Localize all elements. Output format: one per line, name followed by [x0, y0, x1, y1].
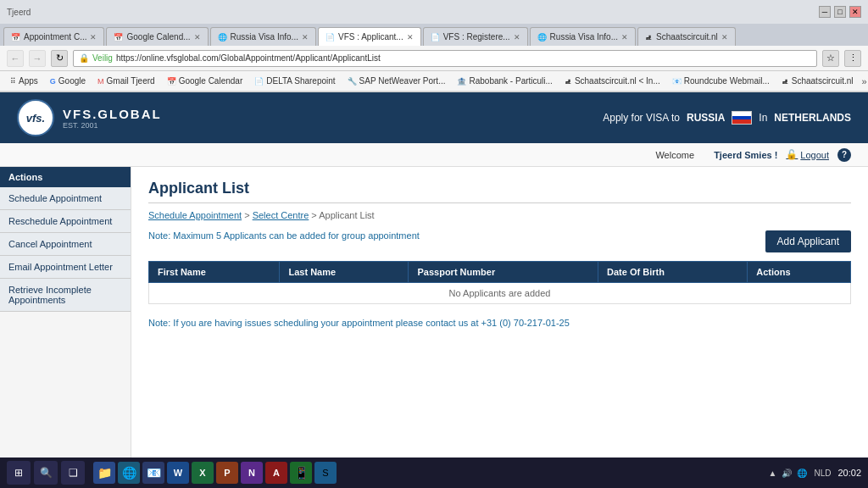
main-layout: Actions Schedule Appointment Reschedule …: [0, 167, 868, 465]
bookmark-sharepoint[interactable]: 📄 DELTA Sharepoint: [251, 75, 338, 86]
back-button[interactable]: ←: [7, 50, 24, 67]
sidebar-label: Cancel Appointment: [8, 239, 92, 249]
russia-flag: [732, 111, 752, 125]
taskbar-whatsapp[interactable]: 📱: [290, 462, 312, 484]
tray-icon3: 🌐: [797, 469, 807, 478]
sidebar: Actions Schedule Appointment Reschedule …: [0, 167, 131, 465]
logout-label: Logout: [800, 150, 829, 160]
tab-close[interactable]: ✕: [407, 33, 414, 42]
sidebar-item-email[interactable]: Email Appointment Letter: [0, 256, 131, 279]
bookmark-apps[interactable]: ⠿ Apps: [7, 75, 42, 86]
bookmark-roundcube[interactable]: 📧 Roundcube Webmail...: [669, 75, 773, 86]
empty-message: No Applicants are added: [149, 283, 851, 304]
minimize-button[interactable]: ─: [819, 6, 831, 18]
add-applicant-button[interactable]: Add Applicant: [765, 230, 851, 252]
title-bar-left: Tjeerd: [7, 8, 31, 17]
refresh-button[interactable]: ↻: [51, 50, 68, 67]
table-empty-row: No Applicants are added: [149, 283, 851, 304]
breadcrumb-sep2: >: [311, 210, 319, 220]
bookmark-label: Gmail Tjeerd: [107, 76, 155, 86]
bookmark-label: Rabobank - Particuli...: [469, 76, 552, 86]
tab-close[interactable]: ✕: [194, 33, 201, 42]
country-name: RUSSIA: [687, 112, 725, 124]
breadcrumb-schedule[interactable]: Schedule Appointment: [148, 210, 242, 220]
bookmark-rabobank[interactable]: 🏦 Rabobank - Particuli...: [453, 75, 555, 86]
sidebar-item-reschedule[interactable]: Reschedule Appointment: [0, 210, 131, 233]
sidebar-item-retrieve[interactable]: Retrieve Incomplete Appointments: [0, 279, 131, 312]
calendar-icon: 📅: [167, 77, 176, 86]
taskbar-acrobat[interactable]: A: [265, 462, 287, 484]
sidebar-item-cancel[interactable]: Cancel Appointment: [0, 233, 131, 256]
tab-icon: ⛸: [645, 33, 653, 42]
destination-text: NETHERLANDS: [774, 112, 851, 124]
taskbar-excel[interactable]: X: [192, 462, 214, 484]
tab-icon: 📅: [114, 33, 123, 42]
tab-close[interactable]: ✕: [302, 33, 309, 42]
security-label: Veilig: [92, 53, 113, 63]
url-bar[interactable]: 🔒 Veilig https://online.vfsglobal.com/Gl…: [73, 50, 817, 67]
bookmark-label: Apps: [19, 76, 38, 86]
star-button[interactable]: ☆: [822, 50, 839, 67]
tab-label: VFS : Registere...: [443, 32, 510, 42]
schaats-icon: ⛸: [565, 77, 572, 86]
page-title: Applicant List: [148, 180, 851, 203]
welcome-text: Welcome: [655, 150, 694, 160]
bookmark-google[interactable]: G Google: [47, 75, 89, 86]
tab-label: Google Calend...: [126, 32, 190, 42]
maximize-button[interactable]: □: [834, 6, 846, 18]
tab-vfs-registered[interactable]: 📄 VFS : Registere... ✕: [423, 27, 528, 46]
logo-vfs-text: vfs.: [26, 112, 45, 125]
bookmark-schaats1[interactable]: ⛸ Schaatscircuit.nl < In...: [561, 75, 664, 86]
menu-button[interactable]: ⋮: [844, 50, 861, 67]
tray-icon1: ▲: [769, 469, 777, 478]
taskbar-explorer[interactable]: 📁: [93, 462, 115, 484]
taskbar-skype[interactable]: S: [314, 462, 337, 484]
tab-close[interactable]: ✕: [514, 33, 520, 42]
taskbar-ppt[interactable]: P: [216, 462, 238, 484]
bookmark-label: Roundcube Webmail...: [684, 76, 770, 86]
forward-button[interactable]: →: [29, 50, 46, 67]
task-view-button[interactable]: ❑: [61, 461, 85, 485]
bookmark-label: DELTA Sharepoint: [266, 76, 335, 86]
tab-gcalendar[interactable]: 📅 Google Calend... ✕: [106, 27, 208, 46]
logout-button[interactable]: 🔓 Logout: [786, 149, 829, 160]
sidebar-item-schedule[interactable]: Schedule Appointment: [0, 187, 131, 210]
tab-russia2[interactable]: 🌐 Russia Visa Info... ✕: [530, 27, 636, 46]
google-icon: G: [50, 77, 56, 86]
tab-close[interactable]: ✕: [90, 33, 97, 42]
tab-russia1[interactable]: 🌐 Russia Visa Info... ✕: [210, 27, 316, 46]
taskbar-onenote[interactable]: N: [241, 462, 263, 484]
close-button[interactable]: ✕: [849, 6, 861, 18]
browser-chrome: Tjeerd ─ □ ✕ 📅 Appointment C... ✕ 📅 Goog…: [0, 0, 868, 92]
tab-schaatscircuit[interactable]: ⛸ Schaatscircuit.nl ✕: [637, 27, 736, 46]
tab-icon: 📅: [11, 33, 20, 42]
tab-close[interactable]: ✕: [721, 33, 728, 42]
search-button[interactable]: 🔍: [34, 461, 58, 485]
start-button[interactable]: ⊞: [7, 461, 31, 485]
sidebar-label: Retrieve Incomplete Appointments: [8, 285, 92, 305]
tab-vfs-applicant[interactable]: 📄 VFS : Applicant... ✕: [318, 27, 421, 46]
taskbar-mail[interactable]: 📧: [142, 462, 164, 484]
bookmark-schaats2[interactable]: ⛸ Schaatscircuit.nl: [778, 75, 857, 86]
tab-appointment[interactable]: 📅 Appointment C... ✕: [3, 27, 104, 46]
col-dob: Date Of Birth: [598, 262, 748, 283]
bookmark-sap[interactable]: 🔧 SAP NetWeaver Port...: [344, 75, 449, 86]
vfs-logo: vfs. VFS.GLOBAL EST. 2001: [17, 99, 162, 136]
bookmark-label: Google: [58, 76, 86, 86]
taskbar-edge[interactable]: 🌐: [118, 462, 140, 484]
taskbar-word[interactable]: W: [167, 462, 189, 484]
breadcrumb-centre[interactable]: Select Centre: [253, 210, 309, 220]
help-button[interactable]: ?: [837, 148, 851, 162]
col-passport: Passport Number: [409, 262, 598, 283]
tab-label: Schaatscircuit.nl: [656, 32, 718, 42]
tab-close[interactable]: ✕: [621, 33, 628, 42]
country-info: Apply for VISA to RUSSIA In NETHERLANDS: [603, 111, 851, 125]
bookmark-gcalendar[interactable]: 📅 Google Calendar: [164, 75, 247, 86]
logo-sub: EST. 2001: [63, 121, 162, 130]
bookmark-gmail[interactable]: M Gmail Tjeerd: [94, 75, 159, 86]
lock-icon: 🔒: [79, 53, 89, 63]
url-text: https://online.vfsglobal.com/GlobalAppoi…: [116, 53, 381, 63]
more-bookmarks[interactable]: »: [862, 76, 867, 86]
applicant-table: First Name Last Name Passport Number Dat…: [148, 261, 851, 304]
breadcrumb-current: Applicant List: [319, 210, 374, 220]
